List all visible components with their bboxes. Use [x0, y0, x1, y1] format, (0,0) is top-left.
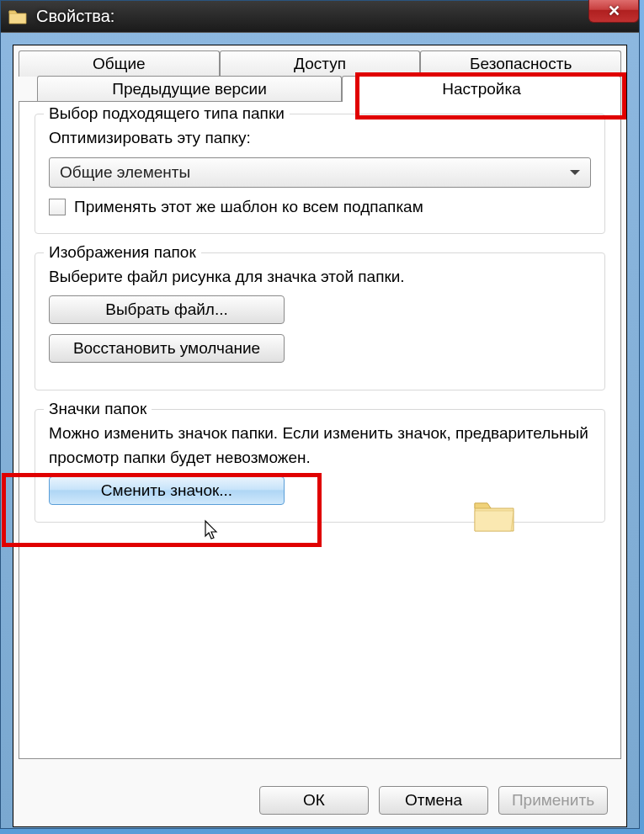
folder-images-title: Изображения папок	[44, 243, 201, 262]
chevron-down-icon	[570, 170, 580, 175]
folder-type-group: Выбор подходящего типа папки Оптимизиров…	[35, 114, 605, 234]
folder-images-group: Изображения папок Выберите файл рисунка …	[35, 252, 605, 391]
dropdown-value: Общие элементы	[60, 163, 190, 182]
tabs: Общие Доступ Безопасность Предыдущие вер…	[19, 50, 621, 102]
tab-security[interactable]: Безопасность	[420, 50, 621, 77]
close-button[interactable]: ✕	[588, 0, 639, 23]
ok-button[interactable]: ОК	[259, 786, 369, 815]
close-icon: ✕	[608, 2, 620, 20]
dialog-buttons: ОК Отмена Применить	[259, 786, 608, 815]
tab-general[interactable]: Общие	[19, 50, 220, 77]
apply-template-label: Применять этот же шаблон ко всем подпапк…	[74, 198, 423, 216]
choose-file-button[interactable]: Выбрать файл...	[49, 295, 285, 324]
folder-preview-icon	[472, 498, 516, 534]
folder-icons-description: Можно изменить значок папки. Если измени…	[49, 422, 591, 470]
tab-content: Выбор подходящего типа папки Оптимизиров…	[19, 101, 621, 759]
titlebar[interactable]: Свойства: ✕	[1, 1, 639, 33]
restore-default-button[interactable]: Восстановить умолчание	[49, 334, 285, 363]
properties-dialog: Свойства: ✕ Общие Доступ Безопасность Пр…	[0, 0, 640, 829]
cursor-icon	[204, 519, 221, 541]
optimize-label: Оптимизировать эту папку:	[49, 126, 591, 151]
folder-type-title: Выбор подходящего типа папки	[44, 104, 290, 123]
folder-images-description: Выберите файл рисунка для значка этой па…	[49, 265, 591, 290]
change-icon-button[interactable]: Сменить значок...	[49, 476, 285, 505]
folder-icon	[8, 8, 28, 25]
apply-button[interactable]: Применить	[498, 786, 608, 815]
window-title: Свойства:	[36, 7, 114, 26]
tab-customize[interactable]: Настройка	[342, 76, 621, 102]
folder-icons-title: Значки папок	[44, 400, 152, 418]
cancel-button[interactable]: Отмена	[379, 786, 488, 815]
apply-template-checkbox[interactable]	[49, 199, 66, 215]
dialog-body: Общие Доступ Безопасность Предыдущие вер…	[13, 45, 627, 827]
tab-sharing[interactable]: Доступ	[220, 50, 421, 77]
tab-previous-versions[interactable]: Предыдущие версии	[37, 76, 342, 102]
optimize-dropdown[interactable]: Общие элементы	[49, 157, 591, 188]
folder-icons-group: Значки папок Можно изменить значок папки…	[35, 409, 605, 523]
